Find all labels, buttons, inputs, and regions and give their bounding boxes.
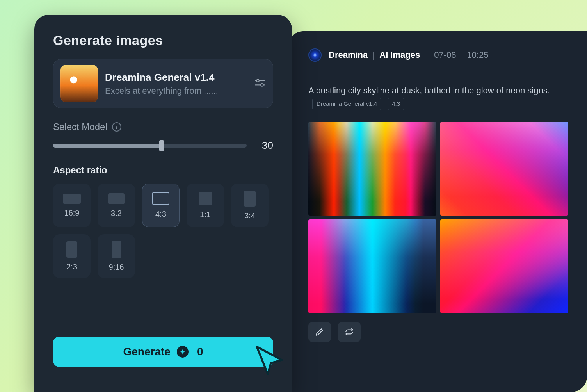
header-separator: | xyxy=(372,50,375,60)
svg-point-3 xyxy=(261,84,263,86)
credits-icon xyxy=(177,346,189,358)
slider-value: 30 xyxy=(258,139,273,151)
aspect-ratio-label: 3:4 xyxy=(244,211,255,220)
regenerate-button[interactable] xyxy=(338,322,361,342)
settings-icon[interactable] xyxy=(254,78,266,89)
model-name: Dreamina General v1.4 xyxy=(105,71,247,84)
aspect-ratio-option[interactable]: 16:9 xyxy=(53,184,91,227)
slider-label: Select Model xyxy=(53,121,107,132)
result-prompt-block: A bustling city skyline at dusk, bathed … xyxy=(308,84,568,111)
aspect-ratio-grid: 16:93:24:31:13:42:39:16 xyxy=(53,184,273,278)
result-date: 07-08 xyxy=(434,50,456,60)
slider-thumb[interactable] xyxy=(159,140,164,151)
refresh-icon xyxy=(344,327,354,337)
aspect-ratio-shape-icon xyxy=(112,241,121,258)
aspect-ratio-shape-icon xyxy=(152,192,169,205)
aspect-ratio-option[interactable]: 3:4 xyxy=(231,184,269,227)
model-slider[interactable] xyxy=(53,144,247,148)
chip-ratio: 4:3 xyxy=(388,98,404,110)
result-image[interactable] xyxy=(440,219,568,313)
brand-icon xyxy=(308,48,322,62)
section-name: AI Images xyxy=(379,50,420,60)
svg-point-0 xyxy=(256,79,259,82)
aspect-ratio-shape-icon xyxy=(66,241,77,258)
results-panel: Dreamina | AI Images 07-08 10:25 A bustl… xyxy=(289,31,587,392)
result-prompt-text: A bustling city skyline at dusk, bathed … xyxy=(308,86,550,95)
aspect-ratio-label: 4:3 xyxy=(155,210,166,219)
aspect-ratio-shape-icon xyxy=(63,194,81,204)
result-tools xyxy=(308,322,568,342)
generate-button[interactable]: Generate 0 xyxy=(53,337,273,367)
aspect-ratio-option[interactable]: 2:3 xyxy=(53,234,91,278)
aspect-ratio-option[interactable]: 4:3 xyxy=(142,184,180,227)
aspect-ratio-label: 2:3 xyxy=(66,262,77,271)
model-selector[interactable]: Dreamina General v1.4 Excels at everythi… xyxy=(53,59,273,108)
product-name: Dreamina xyxy=(329,50,368,60)
results-header: Dreamina | AI Images 07-08 10:25 xyxy=(308,48,568,62)
aspect-ratio-label: 3:2 xyxy=(111,209,122,218)
aspect-ratio-option[interactable]: 3:2 xyxy=(98,184,135,227)
generate-button-label: Generate xyxy=(123,346,171,358)
edit-button[interactable] xyxy=(308,322,331,342)
result-image[interactable] xyxy=(308,219,436,313)
aspect-ratio-shape-icon xyxy=(244,191,256,207)
generate-cost: 0 xyxy=(197,346,203,358)
model-slider-row: Select Model i 30 xyxy=(53,121,273,151)
chip-model: Dreamina General v1.4 xyxy=(312,98,381,110)
aspect-ratio-label: 9:16 xyxy=(109,263,124,272)
pencil-icon xyxy=(315,327,325,337)
result-image[interactable] xyxy=(440,122,568,216)
aspect-ratio-shape-icon xyxy=(199,192,212,205)
model-thumbnail xyxy=(60,65,98,102)
aspect-ratio-label: 16:9 xyxy=(64,208,80,217)
result-time: 10:25 xyxy=(467,50,488,60)
info-icon[interactable]: i xyxy=(112,122,121,132)
aspect-ratio-shape-icon xyxy=(108,193,125,204)
aspect-ratio-title: Aspect ratio xyxy=(53,165,273,176)
aspect-ratio-option[interactable]: 9:16 xyxy=(98,234,135,278)
result-image[interactable] xyxy=(308,122,436,216)
panel-title: Generate images xyxy=(53,33,273,48)
result-image-grid xyxy=(308,122,568,313)
aspect-ratio-label: 1:1 xyxy=(200,210,211,219)
generator-panel: Generate images Dreamina General v1.4 Ex… xyxy=(34,15,292,392)
model-description: Excels at everything from ...... xyxy=(105,86,247,96)
aspect-ratio-option[interactable]: 1:1 xyxy=(187,184,224,227)
